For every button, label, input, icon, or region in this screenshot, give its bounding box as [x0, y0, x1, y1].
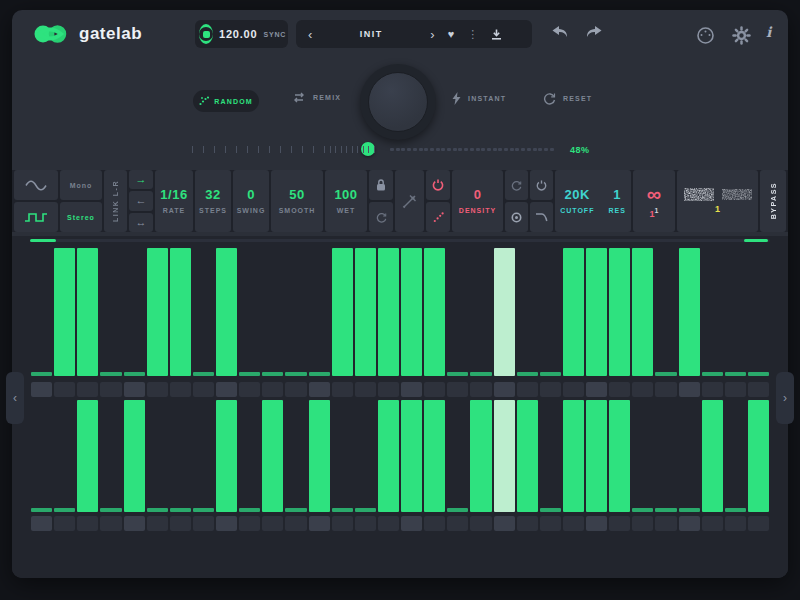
- page-next-button[interactable]: ›: [776, 372, 794, 424]
- mini-step-top-16[interactable]: [378, 382, 399, 397]
- gate-step-top-32[interactable]: [748, 248, 769, 376]
- mini-step-top-28[interactable]: [655, 382, 676, 397]
- stop-button[interactable]: [199, 24, 213, 44]
- mini-step-bottom-4[interactable]: [100, 516, 121, 531]
- mini-step-bottom-19[interactable]: [447, 516, 468, 531]
- gate-step-bottom-15[interactable]: [355, 400, 376, 512]
- gate-step-top-23[interactable]: [540, 248, 561, 376]
- mini-step-bottom-22[interactable]: [517, 516, 538, 531]
- gate-step-bottom-4[interactable]: [100, 400, 121, 512]
- mini-step-bottom-2[interactable]: [54, 516, 75, 531]
- mini-step-top-9[interactable]: [216, 382, 237, 397]
- mini-step-top-19[interactable]: [447, 382, 468, 397]
- gate-step-top-27[interactable]: [632, 248, 653, 376]
- mini-step-bottom-14[interactable]: [332, 516, 353, 531]
- noise-control[interactable]: 1: [677, 170, 758, 232]
- gate-step-bottom-24[interactable]: [563, 400, 584, 512]
- mini-step-top-5[interactable]: [124, 382, 145, 397]
- gate-step-bottom-6[interactable]: [147, 400, 168, 512]
- gate-step-top-5[interactable]: [124, 248, 145, 376]
- filter-controls[interactable]: 20K CUTOFF 1 RES: [555, 170, 631, 232]
- mini-step-bottom-29[interactable]: [679, 516, 700, 531]
- mini-step-bottom-1[interactable]: [31, 516, 52, 531]
- mini-step-top-3[interactable]: [77, 382, 98, 397]
- bypass-toggle[interactable]: BYPASS: [760, 170, 786, 232]
- mini-step-bottom-11[interactable]: [262, 516, 283, 531]
- gate-step-top-15[interactable]: [355, 248, 376, 376]
- gate-step-top-9[interactable]: [216, 248, 237, 376]
- mini-step-bottom-23[interactable]: [540, 516, 561, 531]
- gate-step-top-28[interactable]: [655, 248, 676, 376]
- filter-target-button[interactable]: [505, 202, 528, 232]
- direction-right-button[interactable]: →: [129, 170, 153, 189]
- main-knob[interactable]: [360, 64, 436, 140]
- page-prev-button[interactable]: ‹: [6, 372, 24, 424]
- mini-step-top-8[interactable]: [193, 382, 214, 397]
- mini-step-bottom-17[interactable]: [401, 516, 422, 531]
- gate-step-bottom-14[interactable]: [332, 400, 353, 512]
- gate-step-top-30[interactable]: [702, 248, 723, 376]
- sync-toggle[interactable]: SYNC: [263, 31, 286, 38]
- gate-step-bottom-21[interactable]: [494, 400, 515, 512]
- sine-wave-button[interactable]: [14, 170, 58, 200]
- density-power-button[interactable]: [426, 170, 450, 200]
- gate-step-bottom-25[interactable]: [586, 400, 607, 512]
- gate-step-top-25[interactable]: [586, 248, 607, 376]
- gate-step-top-7[interactable]: [170, 248, 191, 376]
- reset-button[interactable]: RESET: [543, 92, 592, 105]
- gate-step-top-8[interactable]: [193, 248, 214, 376]
- mini-step-top-24[interactable]: [563, 382, 584, 397]
- square-wave-button[interactable]: [14, 202, 58, 232]
- gate-step-top-22[interactable]: [517, 248, 538, 376]
- mini-step-bottom-18[interactable]: [424, 516, 445, 531]
- mini-step-bottom-27[interactable]: [632, 516, 653, 531]
- gate-step-bottom-10[interactable]: [239, 400, 260, 512]
- remix-button[interactable]: REMIX: [292, 92, 341, 103]
- mini-step-bottom-31[interactable]: [725, 516, 746, 531]
- mini-step-bottom-7[interactable]: [170, 516, 191, 531]
- gate-step-top-11[interactable]: [262, 248, 283, 376]
- mini-step-bottom-3[interactable]: [77, 516, 98, 531]
- direction-pingpong-button[interactable]: ↔: [129, 213, 153, 232]
- gate-step-bottom-27[interactable]: [632, 400, 653, 512]
- random-button[interactable]: RANDOM: [193, 90, 259, 112]
- gate-step-bottom-3[interactable]: [77, 400, 98, 512]
- scatter-mode-button[interactable]: [395, 170, 424, 232]
- undo-button[interactable]: [552, 26, 570, 39]
- filter-cycle-button[interactable]: [505, 170, 528, 200]
- loop-range-bar[interactable]: [30, 239, 770, 242]
- loop-count-control[interactable]: ∞ 11: [633, 170, 675, 232]
- gate-step-top-18[interactable]: [424, 248, 445, 376]
- gate-step-top-6[interactable]: [147, 248, 168, 376]
- gate-step-top-10[interactable]: [239, 248, 260, 376]
- mini-step-top-2[interactable]: [54, 382, 75, 397]
- mini-step-bottom-16[interactable]: [378, 516, 399, 531]
- gate-step-bottom-19[interactable]: [447, 400, 468, 512]
- gate-step-bottom-32[interactable]: [748, 400, 769, 512]
- gate-step-bottom-9[interactable]: [216, 400, 237, 512]
- mini-step-bottom-21[interactable]: [494, 516, 515, 531]
- mini-step-top-21[interactable]: [494, 382, 515, 397]
- gate-step-top-17[interactable]: [401, 248, 422, 376]
- gate-step-top-21[interactable]: [494, 248, 515, 376]
- gate-step-bottom-12[interactable]: [285, 400, 306, 512]
- gate-step-top-24[interactable]: [563, 248, 584, 376]
- gate-step-bottom-16[interactable]: [378, 400, 399, 512]
- mini-step-bottom-32[interactable]: [748, 516, 769, 531]
- lock-button[interactable]: [369, 170, 393, 200]
- gate-step-top-19[interactable]: [447, 248, 468, 376]
- mini-step-bottom-28[interactable]: [655, 516, 676, 531]
- gate-step-bottom-7[interactable]: [170, 400, 191, 512]
- mini-step-top-7[interactable]: [170, 382, 191, 397]
- gate-step-bottom-2[interactable]: [54, 400, 75, 512]
- mini-step-top-29[interactable]: [679, 382, 700, 397]
- rate-control[interactable]: 1/16 RATE: [155, 170, 193, 232]
- link-lr-toggle[interactable]: LINK L-R: [104, 170, 127, 232]
- mini-step-bottom-5[interactable]: [124, 516, 145, 531]
- gate-step-top-31[interactable]: [725, 248, 746, 376]
- mini-step-bottom-30[interactable]: [702, 516, 723, 531]
- density-scatter-button[interactable]: [426, 202, 450, 232]
- mini-step-bottom-24[interactable]: [563, 516, 584, 531]
- wet-control[interactable]: 100 WET: [325, 170, 367, 232]
- gate-step-bottom-8[interactable]: [193, 400, 214, 512]
